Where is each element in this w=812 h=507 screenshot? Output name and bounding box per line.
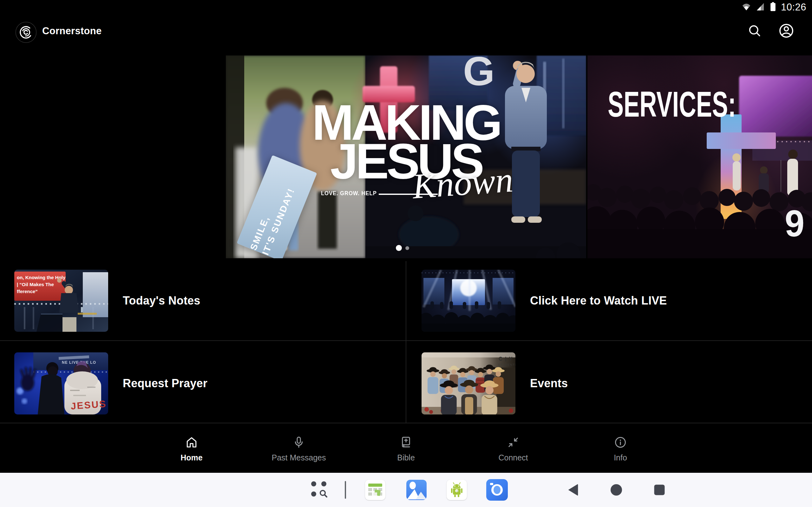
nav-item-connect[interactable]: Connect — [460, 424, 567, 473]
carousel-slide-making-jesus[interactable]: G MAKING JESUS Known LOVE. GROW. HELP SM… — [226, 55, 586, 258]
events-thumbnail: C | Y STUDENTS — [421, 352, 515, 414]
status-time: 10:26 — [781, 2, 806, 13]
quick-link-events[interactable]: C | Y STUDENTS — [421, 352, 796, 414]
recents-icon[interactable] — [654, 485, 665, 495]
bottom-nav: Home Past Messages — [0, 424, 812, 473]
home-circle-icon[interactable] — [611, 484, 622, 496]
slide2-service-time: 9 a — [785, 202, 812, 245]
all-apps-search-icon[interactable] — [310, 481, 328, 499]
nav-label: Bible — [397, 453, 415, 462]
nav-label: Home — [181, 453, 202, 462]
carousel-dot[interactable] — [405, 246, 409, 250]
notes-screen-line2: | “Oil Makes The — [17, 282, 54, 287]
android-app-icon[interactable] — [447, 480, 467, 500]
battery-icon — [770, 2, 776, 13]
quick-link-label: Request Prayer — [123, 377, 207, 390]
slide1-tagline-rule — [379, 193, 438, 195]
carousel-slide-services[interactable]: SERVICES: 9 a — [588, 55, 812, 258]
info-icon — [614, 436, 627, 450]
todays-notes-thumbnail: on, Knowing the Holy | “Oil Makes The ff… — [14, 270, 108, 332]
wifi-icon — [742, 3, 751, 12]
events-wall-logo-sub: STUDENTS — [498, 363, 515, 366]
watch-live-thumbnail — [421, 270, 515, 332]
status-bar: 10:26 — [0, 0, 812, 14]
taskbar-divider — [345, 481, 346, 499]
nav-label: Connect — [498, 453, 528, 462]
cornerstone-logo-icon — [15, 21, 37, 43]
system-navigation-bar — [0, 473, 812, 507]
header-actions — [747, 23, 794, 39]
slide1-title-script: Known — [411, 159, 514, 207]
calendar-app-icon[interactable] — [365, 480, 386, 500]
nav-item-past-messages[interactable]: Past Messages — [245, 424, 352, 473]
grid-divider-vertical — [406, 261, 406, 423]
slide2-heading: SERVICES: — [608, 83, 736, 125]
slide1-bg-letter: G — [463, 55, 494, 95]
events-wall-logo: C | Y — [499, 356, 513, 361]
nav-item-home[interactable]: Home — [138, 424, 245, 473]
account-icon[interactable] — [778, 23, 794, 39]
microphone-icon — [292, 436, 305, 450]
screen: 10:26 Cornerstone — [0, 0, 812, 507]
app-header: Cornerstone — [0, 20, 812, 49]
carousel-dot-active[interactable] — [396, 245, 402, 251]
bible-icon — [399, 436, 413, 450]
photos-app-icon[interactable] — [406, 480, 426, 500]
notes-screen-line3: fference” — [17, 289, 38, 294]
request-prayer-thumbnail: NE LIVE THE LO — [14, 352, 108, 414]
quick-link-watch-live[interactable]: Click Here to Watch LIVE — [421, 270, 796, 332]
search-icon[interactable] — [747, 23, 763, 39]
quick-link-label: Today's Notes — [123, 294, 200, 307]
nav-label: Past Messages — [272, 453, 326, 462]
cellular-icon — [756, 3, 765, 12]
quick-link-label: Click Here to Watch LIVE — [530, 294, 667, 307]
camera-app-icon[interactable] — [486, 479, 508, 501]
back-icon[interactable] — [568, 484, 578, 496]
nav-item-bible[interactable]: Bible — [352, 424, 460, 473]
hero-carousel: G MAKING JESUS Known LOVE. GROW. HELP SM… — [0, 55, 812, 258]
nav-label: Info — [614, 453, 627, 462]
quick-link-request-prayer[interactable]: NE LIVE THE LO — [14, 352, 389, 414]
nav-item-info[interactable]: Info — [567, 424, 674, 473]
connect-arrows-icon — [507, 436, 520, 450]
quick-link-label: Events — [530, 377, 568, 390]
app-title: Cornerstone — [42, 25, 102, 37]
quick-link-todays-notes[interactable]: on, Knowing the Holy | “Oil Makes The ff… — [14, 270, 389, 332]
home-icon — [185, 436, 198, 450]
slide1-tagline: LOVE. GROW. HELP — [321, 190, 377, 197]
carousel-dots[interactable] — [396, 245, 409, 251]
